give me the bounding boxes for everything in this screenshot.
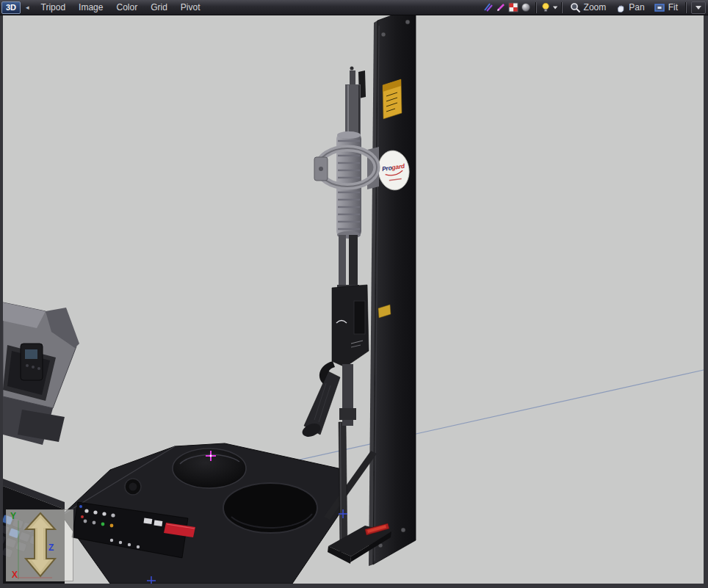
sphere-icon-svg (520, 1, 532, 13)
docked-device-screen (25, 349, 37, 359)
panel-screw (401, 528, 405, 532)
warning-label (383, 79, 402, 119)
device-button (37, 367, 40, 370)
menu-dropdown-icon[interactable] (691, 1, 706, 14)
menu-pivot[interactable]: Pivot (174, 0, 207, 15)
decal-brand-primary: Pro (381, 164, 392, 173)
device-button (26, 364, 29, 367)
zoom-button[interactable]: Zoom (566, 0, 611, 15)
tube-collar-lower (339, 408, 356, 420)
receiver (332, 285, 369, 367)
back-icon[interactable]: ◂ (23, 4, 35, 11)
fit-icon (654, 2, 665, 13)
viewport[interactable]: Progard (3, 15, 704, 584)
pens-icon-svg (483, 1, 494, 13)
app-3d-button[interactable]: 3D (1, 1, 21, 14)
bulb-icon[interactable] (540, 1, 552, 14)
toolbar-separator (685, 2, 687, 13)
pan-icon (615, 2, 626, 13)
axis-label-y: Y (10, 511, 16, 521)
lower-barrel (349, 235, 358, 288)
panel-screw (405, 20, 410, 24)
marker-icon[interactable] (495, 1, 507, 14)
marker-icon-svg (495, 1, 507, 13)
toolbar-right-group: Zoom Pan Fit (483, 0, 708, 15)
fit-label: Fit (668, 2, 678, 12)
toolbar-separator (561, 2, 563, 13)
device-button (32, 366, 35, 369)
top-toolbar: 3D ◂ Tripod Image Color Grid Pivot (0, 0, 708, 15)
muzzle-post (350, 70, 355, 85)
menu-image[interactable]: Image (72, 0, 109, 15)
laptop-model[interactable] (3, 302, 79, 445)
console-model[interactable] (62, 443, 345, 584)
menu-color[interactable]: Color (109, 0, 144, 15)
menu-grid[interactable]: Grid (144, 0, 174, 15)
panel-screw (381, 32, 386, 37)
axis-gizmo[interactable]: Y Z X (6, 509, 73, 581)
stand-pole (339, 422, 347, 552)
shotgun-model[interactable] (300, 67, 379, 440)
sphere-icon[interactable] (520, 1, 532, 14)
dropdown-caret (696, 6, 701, 10)
checker-icon[interactable] (507, 1, 520, 14)
pistol-grip (300, 371, 340, 439)
console-recess (223, 483, 317, 533)
fit-button[interactable]: Fit (649, 0, 682, 15)
zoom-icon (570, 2, 581, 13)
menu-tripod[interactable]: Tripod (35, 0, 73, 15)
docked-device (21, 344, 43, 380)
gun-rack-panel[interactable]: Progard (369, 15, 416, 566)
magazine-tube (339, 235, 346, 292)
pan-button[interactable]: Pan (610, 0, 649, 15)
console-speaker-inner (129, 483, 137, 491)
zoom-label: Zoom (584, 2, 607, 12)
bulb-icon-svg (540, 1, 552, 13)
pens-icon[interactable] (483, 1, 495, 14)
toolbar-separator (535, 2, 537, 13)
checker-icon-svg (507, 1, 519, 13)
viewport-canvas[interactable]: Progard (3, 15, 704, 584)
bulb-dropdown-icon[interactable] (552, 6, 557, 9)
pan-label: Pan (629, 2, 644, 12)
axis-label-z: Z (48, 542, 54, 553)
front-sight-bead (350, 67, 354, 70)
axis-label-x: X (12, 570, 18, 580)
